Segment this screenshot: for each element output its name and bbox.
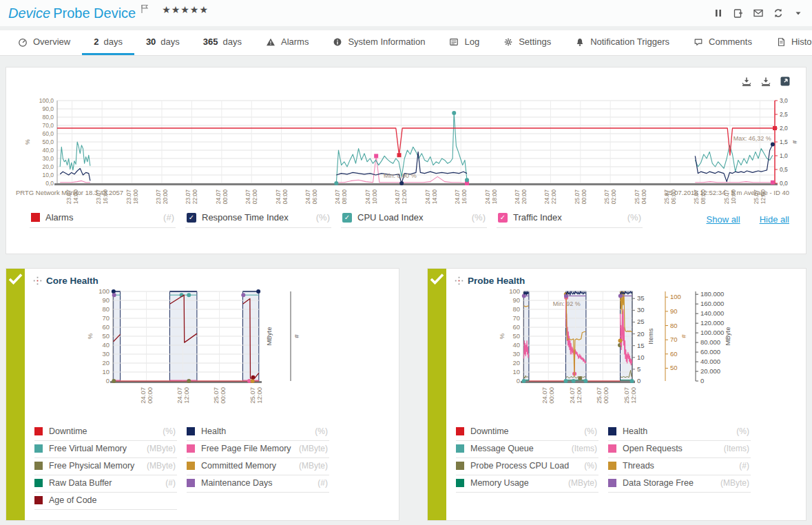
move-icon[interactable] (453, 275, 464, 286)
tab-log[interactable]: Log (437, 30, 491, 55)
svg-text:70: 70 (670, 336, 678, 343)
legend-label: CPU Load Index (357, 212, 423, 223)
legend-item-response-time-index[interactable]: ✓Response Time Index(%) (185, 212, 331, 228)
legend-swatch (187, 427, 195, 435)
tab-notification-triggers[interactable]: Notification Triggers (563, 30, 681, 55)
legend-label: Threads (623, 461, 654, 471)
device-kind-label: Device (8, 6, 50, 21)
panel-title: Core Health (46, 276, 98, 286)
comment-icon (693, 37, 704, 48)
probe-health-legend: Downtime(%)Health(%)Message Queue(Items)… (456, 424, 806, 493)
svg-text:10:00: 10:00 (371, 189, 378, 205)
legend-item-alarms[interactable]: Alarms(#) (30, 212, 176, 228)
legend-label: Open Requests (623, 444, 683, 453)
move-icon[interactable] (32, 275, 43, 286)
legend-checkbox[interactable]: ✓ (342, 213, 352, 223)
legend-item-data-storage-free[interactable]: Data Storage Free(MByte) (608, 475, 751, 493)
show-all-link[interactable]: Show all (707, 214, 740, 225)
svg-text:40.000: 40.000 (700, 358, 720, 365)
check-icon (430, 273, 444, 285)
legend-item-health[interactable]: Health(%) (608, 424, 751, 441)
legend-item-free-page-file-memory[interactable]: Free Page File Memory(MByte) (187, 441, 329, 458)
legend-label: Free Virtual Memory (49, 444, 127, 453)
tab-system-information[interactable]: System Information (320, 30, 437, 55)
svg-text:24.07: 24.07 (514, 189, 521, 205)
svg-text:30: 30 (512, 350, 520, 358)
svg-text:100: 100 (509, 287, 520, 295)
tab-2-days[interactable]: 2 days (82, 30, 134, 55)
legend-swatch (187, 444, 195, 453)
svg-text:80: 80 (512, 305, 520, 313)
svg-text:100.000: 100.000 (700, 329, 724, 336)
legend-swatch (187, 479, 195, 487)
tab-history[interactable]: History (764, 30, 812, 55)
tab-settings[interactable]: Settings (491, 30, 563, 55)
svg-text:180.000: 180.000 (700, 290, 724, 298)
svg-text:18:00: 18:00 (491, 189, 498, 205)
legend-item-age-of-code[interactable]: Age of Code (34, 493, 177, 510)
probe-health-chart: 010203040506070809010024.0700:0024.0712:… (453, 286, 804, 415)
refresh-icon[interactable] (773, 8, 784, 19)
svg-text:24.07: 24.07 (543, 189, 550, 205)
legend-item-downtime[interactable]: Downtime(%) (34, 424, 177, 441)
legend-swatch (31, 213, 40, 222)
download-icon[interactable] (741, 76, 752, 87)
svg-text:22:00: 22:00 (550, 189, 557, 205)
legend-item-committed-memory[interactable]: Committed Memory(MByte) (187, 458, 329, 475)
legend-item-probe-process-cpu-load[interactable]: Probe Process CPU Load(%) (456, 458, 598, 475)
tab-bar: Overview2 days30 days365 daysAlarmsSyste… (0, 30, 812, 56)
legend-item-cpu-load-index[interactable]: ✓CPU Load Index(%) (341, 212, 487, 228)
legend-item-traffic-index[interactable]: ✓Traffic Index(%) (497, 212, 643, 228)
main-chart-legend: Alarms(#)✓Response Time Index(%)✓CPU Loa… (30, 212, 789, 228)
doc-plus-icon[interactable] (733, 8, 744, 19)
legend-item-downtime[interactable]: Downtime(%) (456, 424, 598, 441)
svg-text:24.07: 24.07 (334, 189, 341, 205)
tab-alarms[interactable]: Alarms (253, 30, 320, 55)
svg-text:20: 20 (102, 359, 110, 367)
legend-unit: (%) (315, 426, 328, 436)
legend-item-threads[interactable]: Threads(#) (608, 458, 751, 475)
legend-item-health[interactable]: Health(%) (187, 424, 329, 441)
tab-comments[interactable]: Comments (681, 30, 764, 55)
svg-text:Min: 92 %: Min: 92 % (553, 300, 581, 307)
expand-icon[interactable] (780, 76, 791, 87)
mail-icon[interactable] (753, 8, 764, 19)
svg-text:24.07: 24.07 (484, 189, 491, 205)
svg-text:70: 70 (102, 314, 110, 322)
legend-checkbox[interactable]: ✓ (187, 213, 196, 223)
svg-text:25.07: 25.07 (574, 189, 581, 205)
legend-item-maintenance-days[interactable]: Maintenance Days(#) (187, 475, 329, 493)
svg-text:2,0: 2,0 (780, 125, 788, 132)
legend-item-free-physical-memory[interactable]: Free Physical Memory(MByte) (34, 458, 177, 475)
legend-item-free-virtual-memory[interactable]: Free Virtual Memory(MByte) (34, 441, 177, 458)
core-health-legend: Downtime(%)Health(%)Free Virtual Memory(… (34, 424, 399, 510)
page-header: DeviceProbe Device ★★★★★ (0, 0, 812, 26)
legend-item-open-requests[interactable]: Open Requests(Items) (608, 441, 751, 458)
legend-unit: (#) (163, 212, 174, 223)
svg-text:20,0: 20,0 (42, 163, 54, 170)
pause-icon[interactable] (713, 8, 724, 19)
legend-checkbox[interactable]: ✓ (498, 213, 508, 223)
hide-all-link[interactable]: Hide all (760, 214, 789, 225)
priority-stars[interactable]: ★★★★★ (162, 4, 209, 15)
caret-down-icon[interactable] (793, 8, 804, 19)
svg-text:0,5: 0,5 (780, 166, 788, 173)
header-toolbar (713, 8, 804, 19)
tab-365-days[interactable]: 365 days (191, 30, 253, 55)
flag-icon[interactable] (140, 3, 151, 14)
svg-text:23.07: 23.07 (155, 189, 162, 205)
svg-text:Min: 0,00 %: Min: 0,00 % (384, 172, 417, 179)
legend-item-message-queue[interactable]: Message Queue(Items) (456, 441, 598, 458)
svg-text:0: 0 (106, 377, 110, 384)
legend-swatch (34, 496, 43, 504)
svg-text:24.07: 24.07 (454, 189, 461, 205)
tab-overview[interactable]: Overview (6, 30, 82, 55)
svg-text:06:00: 06:00 (311, 189, 318, 205)
legend-unit: (MByte) (147, 461, 176, 471)
svg-text:#: # (293, 334, 300, 338)
svg-text:20: 20 (512, 359, 520, 367)
download-icon[interactable] (760, 76, 771, 87)
legend-item-raw-data-buffer[interactable]: Raw Data Buffer(#) (34, 475, 177, 493)
tab-30-days[interactable]: 30 days (134, 30, 191, 55)
legend-item-memory-usage[interactable]: Memory Usage(MByte) (456, 475, 598, 493)
